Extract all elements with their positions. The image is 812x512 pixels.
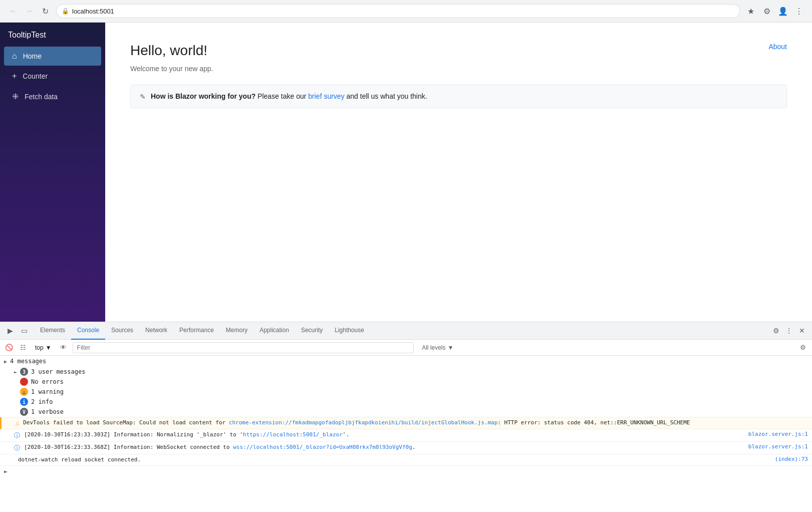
devtools-tab-icons: ▶ ▭ <box>4 325 30 337</box>
blazor-url-link-1[interactable]: https://localhost:5001/_blazor <box>243 431 343 438</box>
sidebar-item-home-label: Home <box>23 52 42 60</box>
page-subtitle: Welcome to your new app. <box>130 65 787 73</box>
devtools-inspect-icon[interactable]: ▶ <box>4 325 16 337</box>
browser-chrome: ← → ↻ 🔒 localhost:5001 ★ ⚙ 👤 ⋮ <box>0 0 812 23</box>
back-button[interactable]: ← <box>6 4 20 18</box>
tab-security-label: Security <box>301 327 323 334</box>
about-link[interactable]: About <box>768 43 787 51</box>
address-bar[interactable]: 🔒 localhost:5001 <box>56 4 740 18</box>
blazor-ws-link[interactable]: wss://localhost:5001/_blazor?id=UxaH08rk… <box>233 444 412 450</box>
warning-msg-content: DevTools failed to load SourceMap: Could… <box>23 419 804 427</box>
devtools-device-icon[interactable]: ▭ <box>18 325 30 337</box>
devtools-settings-icon[interactable]: ⚙ <box>770 325 782 337</box>
warning-icon: △ <box>16 419 19 426</box>
plus-icon: + <box>12 72 17 81</box>
filter-input[interactable] <box>73 342 414 353</box>
sidebar-item-home[interactable]: ⌂ Home <box>4 47 101 66</box>
grid-icon: ⁜ <box>12 92 19 101</box>
info-msg-3-source[interactable]: (index):73 <box>775 456 808 462</box>
menu-button[interactable]: ⋮ <box>792 4 806 18</box>
levels-chevron-icon: ▼ <box>448 344 454 351</box>
info-icon-1: ⓘ <box>14 431 20 440</box>
profile-button[interactable]: 👤 <box>776 4 790 18</box>
banner-text: How is Blazor working for you? Please ta… <box>151 92 427 100</box>
tab-memory-label: Memory <box>226 327 247 334</box>
sub-message-1-warning[interactable]: ► △ 1 warning <box>10 387 812 397</box>
tab-lighthouse-label: Lighthouse <box>335 327 364 334</box>
sidebar-item-fetch-data[interactable]: ⁜ Fetch data <box>4 87 101 106</box>
page-title: Hello, world! <box>130 43 787 59</box>
sub-message-no-errors[interactable]: ► No errors <box>10 377 812 387</box>
sub-badge-warning: △ <box>20 388 28 396</box>
eye-icon[interactable]: 👁 <box>59 343 69 353</box>
console-message-info-3: dotnet-watch reload socket connected. (i… <box>0 454 812 466</box>
sub-expand-icon: ► <box>14 369 17 375</box>
console-input[interactable] <box>11 468 808 475</box>
devtools-more-icon[interactable]: ⋮ <box>783 325 795 337</box>
console-filter-icon[interactable]: ☷ <box>18 343 28 353</box>
reload-button[interactable]: ↻ <box>38 4 52 18</box>
tab-network[interactable]: Network <box>139 322 173 340</box>
tab-security[interactable]: Security <box>295 322 329 340</box>
tab-memory[interactable]: Memory <box>220 322 253 340</box>
browser-actions: ★ ⚙ 👤 ⋮ <box>744 4 806 18</box>
sourcemap-link[interactable]: chrome-extension://fmkadmapgofadopljbjfk… <box>229 419 497 426</box>
context-select[interactable]: top ▼ <box>32 343 55 352</box>
tab-application[interactable]: Application <box>253 322 295 340</box>
sidebar: TooltipTest ⌂ Home + Counter ⁜ Fetch dat… <box>0 23 105 322</box>
tab-console-label: Console <box>77 327 99 334</box>
tab-elements-label: Elements <box>40 327 65 334</box>
console-content: ▶ 4 messages ► 3 3 user messages ► No er… <box>0 356 812 512</box>
console-clear-icon[interactable]: 🚫 <box>4 343 14 353</box>
console-message-info-2: ⓘ [2020-10-30T16:23:33.368Z] Information… <box>0 442 812 454</box>
context-value: top <box>35 344 44 351</box>
sidebar-item-counter[interactable]: + Counter <box>4 67 101 86</box>
console-message-info-1: ⓘ [2020-10-30T16:23:33.303Z] Information… <box>0 429 812 442</box>
browser-toolbar: ← → ↻ 🔒 localhost:5001 ★ ⚙ 👤 ⋮ <box>0 0 812 22</box>
sidebar-item-fetch-data-label: Fetch data <box>25 93 58 101</box>
sub-badge-verbose: V <box>20 408 28 416</box>
sub-label-1-verbose: 1 verbose <box>31 408 64 415</box>
bookmark-button[interactable]: ★ <box>744 4 758 18</box>
sidebar-item-counter-label: Counter <box>23 72 48 80</box>
sub-label-2-info: 2 info <box>31 398 53 405</box>
console-message-warning: △ DevTools failed to load SourceMap: Cou… <box>0 417 812 429</box>
info-banner: ✎ How is Blazor working for you? Please … <box>130 85 787 108</box>
levels-select[interactable]: All levels ▼ <box>418 343 457 352</box>
console-group-header[interactable]: ▶ 4 messages <box>0 356 812 367</box>
tab-sources[interactable]: Sources <box>105 322 139 340</box>
banner-middle-text: Please take our <box>255 92 308 100</box>
info-msg-1-source[interactable]: blazor.server.js:1 <box>748 431 808 437</box>
tab-performance[interactable]: Performance <box>173 322 220 340</box>
sub-message-1-verbose[interactable]: ► V 1 verbose <box>10 407 812 417</box>
sub-message-3-user[interactable]: ► 3 3 user messages <box>10 367 812 377</box>
home-icon: ⌂ <box>12 52 17 61</box>
sub-label-no-errors: No errors <box>31 378 64 385</box>
sub-badge-3: 3 <box>20 368 28 376</box>
info-icon-2: ⓘ <box>14 444 20 452</box>
sub-label-1-warning: 1 warning <box>31 388 64 395</box>
info-msg-2-source[interactable]: blazor.server.js:1 <box>748 443 808 450</box>
tab-console[interactable]: Console <box>71 322 105 340</box>
banner-after-text: and tell us what you think. <box>345 92 427 100</box>
devtools-close-icon[interactable]: ✕ <box>796 325 808 337</box>
forward-button[interactable]: → <box>22 4 36 18</box>
tab-network-label: Network <box>145 327 167 334</box>
devtools: ▶ ▭ Elements Console Sources Network Per… <box>0 322 812 512</box>
console-prompt-icon: ► <box>4 468 8 475</box>
console-settings-icon[interactable]: ⚙ <box>798 343 808 353</box>
app-title: TooltipTest <box>0 23 105 46</box>
extension-button[interactable]: ⚙ <box>760 4 774 18</box>
console-input-row: ► <box>0 466 812 477</box>
sub-badge-info: i <box>20 398 28 406</box>
sidebar-nav: ⌂ Home + Counter ⁜ Fetch data <box>0 46 105 107</box>
banner-survey-link[interactable]: brief survey <box>308 92 344 100</box>
nav-buttons: ← → ↻ <box>6 4 52 18</box>
pencil-icon: ✎ <box>140 93 146 101</box>
tab-elements[interactable]: Elements <box>34 322 71 340</box>
sub-badge-errors <box>20 378 28 386</box>
tab-lighthouse[interactable]: Lighthouse <box>329 322 370 340</box>
tab-application-label: Application <box>259 327 289 334</box>
lock-icon: 🔒 <box>62 8 69 15</box>
sub-message-2-info[interactable]: ► i 2 info <box>10 397 812 407</box>
